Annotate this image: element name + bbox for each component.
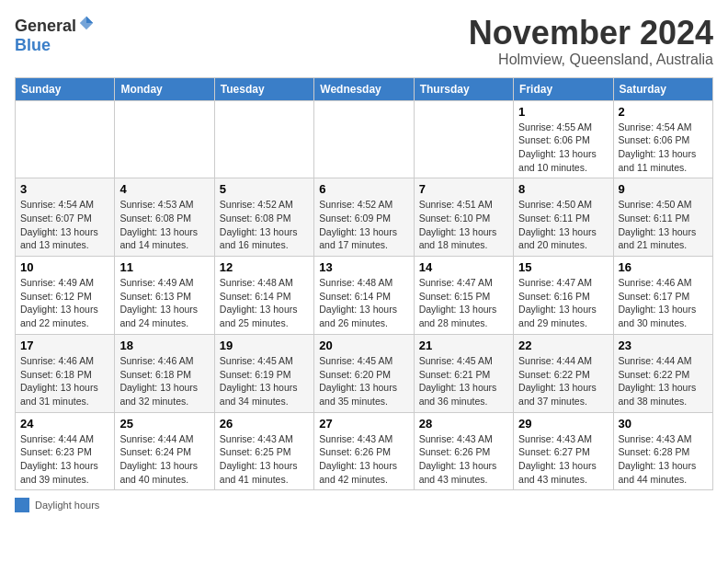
daylight-swatch (15, 498, 29, 512)
calendar-cell: 8Sunrise: 4:50 AM Sunset: 6:11 PM Daylig… (514, 178, 613, 257)
calendar-cell: 13Sunrise: 4:48 AM Sunset: 6:14 PM Dayli… (314, 257, 414, 335)
day-number: 30 (619, 417, 708, 431)
day-info: Sunrise: 4:44 AM Sunset: 6:24 PM Dayligh… (119, 432, 209, 487)
day-info: Sunrise: 4:54 AM Sunset: 6:06 PM Dayligh… (619, 121, 708, 175)
calendar-cell: 19Sunrise: 4:45 AM Sunset: 6:19 PM Dayli… (214, 334, 313, 412)
day-number: 9 (619, 182, 708, 196)
calendar-cell (16, 100, 115, 178)
day-number: 6 (319, 182, 408, 196)
day-number: 12 (220, 260, 309, 274)
day-number: 26 (220, 417, 309, 431)
page-header: General Blue November 2024 Holmview, Que… (15, 15, 713, 68)
day-info: Sunrise: 4:48 AM Sunset: 6:14 PM Dayligh… (220, 276, 309, 330)
calendar-cell: 10Sunrise: 4:49 AM Sunset: 6:12 PM Dayli… (16, 257, 115, 335)
day-info: Sunrise: 4:46 AM Sunset: 6:18 PM Dayligh… (119, 354, 209, 408)
calendar-cell: 12Sunrise: 4:48 AM Sunset: 6:14 PM Dayli… (214, 257, 313, 335)
day-info: Sunrise: 4:45 AM Sunset: 6:19 PM Dayligh… (220, 354, 309, 408)
calendar-cell: 24Sunrise: 4:44 AM Sunset: 6:23 PM Dayli… (16, 412, 115, 490)
day-number: 21 (419, 339, 508, 352)
day-info: Sunrise: 4:54 AM Sunset: 6:07 PM Dayligh… (20, 198, 109, 252)
day-info: Sunrise: 4:46 AM Sunset: 6:17 PM Dayligh… (619, 276, 708, 330)
day-info: Sunrise: 4:45 AM Sunset: 6:21 PM Dayligh… (419, 354, 508, 408)
calendar-cell (115, 100, 214, 178)
calendar-cell (314, 100, 414, 178)
day-info: Sunrise: 4:43 AM Sunset: 6:26 PM Dayligh… (419, 432, 508, 487)
day-info: Sunrise: 4:47 AM Sunset: 6:16 PM Dayligh… (518, 276, 608, 330)
calendar-cell: 1Sunrise: 4:55 AM Sunset: 6:06 PM Daylig… (514, 100, 613, 178)
calendar-cell: 25Sunrise: 4:44 AM Sunset: 6:24 PM Dayli… (115, 412, 214, 490)
calendar-header-row: SundayMondayTuesdayWednesdayThursdayFrid… (16, 77, 713, 100)
day-info: Sunrise: 4:45 AM Sunset: 6:20 PM Dayligh… (319, 354, 408, 408)
day-info: Sunrise: 4:49 AM Sunset: 6:13 PM Dayligh… (119, 276, 209, 330)
day-number: 4 (119, 182, 209, 196)
day-number: 24 (20, 417, 109, 431)
calendar-header-saturday: Saturday (613, 77, 712, 100)
day-number: 16 (619, 260, 708, 274)
day-number: 27 (319, 417, 408, 431)
day-info: Sunrise: 4:50 AM Sunset: 6:11 PM Dayligh… (619, 198, 708, 252)
day-number: 18 (119, 339, 209, 352)
calendar-cell: 27Sunrise: 4:43 AM Sunset: 6:26 PM Dayli… (314, 412, 414, 490)
day-number: 19 (220, 339, 309, 352)
day-info: Sunrise: 4:43 AM Sunset: 6:27 PM Dayligh… (518, 432, 608, 487)
month-title: November 2024 (469, 15, 713, 52)
day-info: Sunrise: 4:44 AM Sunset: 6:22 PM Dayligh… (518, 354, 608, 408)
day-number: 10 (20, 260, 109, 274)
day-number: 20 (319, 339, 408, 352)
logo-general-text: General (15, 17, 76, 36)
day-number: 17 (20, 339, 109, 352)
calendar-header-wednesday: Wednesday (314, 77, 414, 100)
calendar-cell: 23Sunrise: 4:44 AM Sunset: 6:22 PM Dayli… (613, 334, 712, 412)
calendar-cell: 26Sunrise: 4:43 AM Sunset: 6:25 PM Dayli… (214, 412, 313, 490)
calendar-table: SundayMondayTuesdayWednesdayThursdayFrid… (15, 77, 713, 491)
day-number: 14 (419, 260, 508, 274)
day-info: Sunrise: 4:49 AM Sunset: 6:12 PM Dayligh… (20, 276, 109, 330)
calendar-cell: 21Sunrise: 4:45 AM Sunset: 6:21 PM Dayli… (414, 334, 513, 412)
calendar-cell: 11Sunrise: 4:49 AM Sunset: 6:13 PM Dayli… (115, 257, 214, 335)
title-block: November 2024 Holmview, Queensland, Aust… (469, 15, 713, 68)
daylight-label: Daylight hours (35, 500, 99, 511)
calendar-cell: 17Sunrise: 4:46 AM Sunset: 6:18 PM Dayli… (16, 334, 115, 412)
calendar-cell: 7Sunrise: 4:51 AM Sunset: 6:10 PM Daylig… (414, 178, 513, 257)
day-number: 25 (119, 417, 209, 431)
day-number: 22 (518, 339, 608, 352)
day-info: Sunrise: 4:43 AM Sunset: 6:25 PM Dayligh… (220, 432, 309, 487)
day-info: Sunrise: 4:43 AM Sunset: 6:28 PM Dayligh… (619, 432, 708, 487)
day-info: Sunrise: 4:46 AM Sunset: 6:18 PM Dayligh… (20, 354, 109, 408)
day-number: 13 (319, 260, 408, 274)
calendar-cell: 16Sunrise: 4:46 AM Sunset: 6:17 PM Dayli… (613, 257, 712, 335)
calendar-cell: 15Sunrise: 4:47 AM Sunset: 6:16 PM Dayli… (514, 257, 613, 335)
calendar-cell: 22Sunrise: 4:44 AM Sunset: 6:22 PM Dayli… (514, 334, 613, 412)
day-number: 11 (119, 260, 209, 274)
calendar-week-row: 1Sunrise: 4:55 AM Sunset: 6:06 PM Daylig… (16, 100, 713, 178)
calendar-header-monday: Monday (115, 77, 214, 100)
day-number: 7 (419, 182, 508, 196)
calendar-week-row: 24Sunrise: 4:44 AM Sunset: 6:23 PM Dayli… (16, 412, 713, 490)
logo-blue-text: Blue (15, 36, 51, 55)
calendar-cell: 4Sunrise: 4:53 AM Sunset: 6:08 PM Daylig… (115, 178, 214, 257)
calendar-cell: 9Sunrise: 4:50 AM Sunset: 6:11 PM Daylig… (613, 178, 712, 257)
logo: General Blue (15, 15, 95, 55)
day-number: 8 (518, 182, 608, 196)
day-info: Sunrise: 4:53 AM Sunset: 6:08 PM Dayligh… (119, 198, 209, 252)
logo-icon (78, 15, 95, 31)
location-title: Holmview, Queensland, Australia (469, 52, 713, 68)
calendar-week-row: 10Sunrise: 4:49 AM Sunset: 6:12 PM Dayli… (16, 257, 713, 335)
calendar-header-tuesday: Tuesday (214, 77, 313, 100)
calendar-header-sunday: Sunday (16, 77, 115, 100)
day-number: 2 (619, 105, 708, 119)
day-info: Sunrise: 4:44 AM Sunset: 6:23 PM Dayligh… (20, 432, 109, 487)
day-info: Sunrise: 4:44 AM Sunset: 6:22 PM Dayligh… (619, 354, 708, 408)
calendar-cell: 18Sunrise: 4:46 AM Sunset: 6:18 PM Dayli… (115, 334, 214, 412)
calendar-cell: 20Sunrise: 4:45 AM Sunset: 6:20 PM Dayli… (314, 334, 414, 412)
calendar-header-friday: Friday (514, 77, 613, 100)
day-info: Sunrise: 4:51 AM Sunset: 6:10 PM Dayligh… (419, 198, 508, 252)
calendar-cell: 2Sunrise: 4:54 AM Sunset: 6:06 PM Daylig… (613, 100, 712, 178)
day-number: 28 (419, 417, 508, 431)
day-info: Sunrise: 4:52 AM Sunset: 6:09 PM Dayligh… (319, 198, 408, 252)
day-info: Sunrise: 4:43 AM Sunset: 6:26 PM Dayligh… (319, 432, 408, 487)
calendar-cell: 28Sunrise: 4:43 AM Sunset: 6:26 PM Dayli… (414, 412, 513, 490)
calendar-cell: 5Sunrise: 4:52 AM Sunset: 6:08 PM Daylig… (214, 178, 313, 257)
calendar-header-thursday: Thursday (414, 77, 513, 100)
day-number: 15 (518, 260, 608, 274)
